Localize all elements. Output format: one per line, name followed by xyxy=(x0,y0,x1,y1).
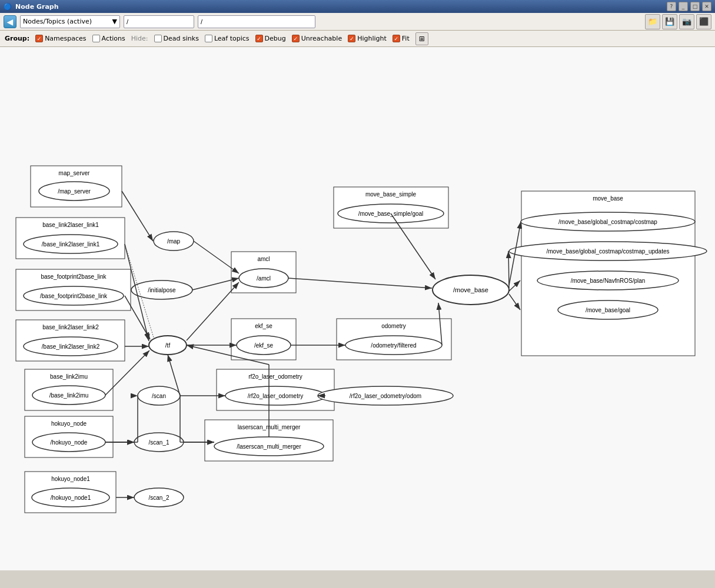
svg-text:/base_link2laser_link1: /base_link2laser_link1 xyxy=(42,241,100,248)
fit-label: Fit xyxy=(402,35,410,42)
topic-dropdown[interactable]: Nodes/Topics (active) ▼ xyxy=(20,15,120,28)
toolbar: ◀ Nodes/Topics (active) ▼ 📁 💾 📷 ⬛ xyxy=(0,13,715,31)
actions-check-icon xyxy=(92,35,100,42)
svg-line-106 xyxy=(508,251,509,288)
unreachable-checkbox[interactable]: ✓ Unreachable xyxy=(292,35,342,42)
group-label: Group: xyxy=(5,35,29,42)
svg-text:/map_server: /map_server xyxy=(58,188,91,195)
svg-text:/move_base/global_costmap/cost: /move_base/global_costmap/costmap_update… xyxy=(546,248,669,255)
title-bar: 🔵 Node Graph ? _ □ ✕ xyxy=(0,0,715,13)
svg-text:/initialpose: /initialpose xyxy=(148,287,176,293)
actions-checkbox[interactable]: Actions xyxy=(92,35,125,42)
svg-text:ekf_se: ekf_se xyxy=(255,323,272,329)
close-button[interactable]: ✕ xyxy=(702,2,711,11)
minimize-button[interactable]: _ xyxy=(679,2,688,11)
save-button[interactable]: 💾 xyxy=(662,14,677,29)
leaf-topics-label: Leaf topics xyxy=(214,35,250,42)
path1-input[interactable] xyxy=(124,15,194,28)
svg-text:/map: /map xyxy=(167,238,181,245)
filter-bar: Group: ✓ Namespaces Actions Hide: Dead s… xyxy=(0,31,715,47)
svg-text:/scan: /scan xyxy=(152,393,166,399)
svg-text:/move_base/goal: /move_base/goal xyxy=(586,307,630,313)
svg-line-98 xyxy=(288,278,432,288)
fit-check-icon: ✓ xyxy=(393,35,400,42)
highlight-check-icon: ✓ xyxy=(348,35,355,42)
svg-text:odometry: odometry xyxy=(381,323,406,329)
svg-text:amcl: amcl xyxy=(257,256,270,262)
svg-text:move_base: move_base xyxy=(593,195,623,202)
app-icon: 🔵 xyxy=(4,3,12,11)
svg-text:base_link2laser_link1: base_link2laser_link1 xyxy=(42,222,99,228)
svg-text:/tf: /tf xyxy=(165,342,171,349)
nav-back-button[interactable]: ◀ xyxy=(4,15,16,28)
svg-text:base_link2laser_link2: base_link2laser_link2 xyxy=(42,324,99,330)
record-button[interactable]: ⬛ xyxy=(696,14,711,29)
svg-text:/laserscan_multi_merger: /laserscan_multi_merger xyxy=(237,443,301,450)
svg-text:/amcl: /amcl xyxy=(257,275,271,282)
chevron-down-icon: ▼ xyxy=(112,18,117,25)
debug-check-icon: ✓ xyxy=(255,35,263,42)
svg-text:base_link2imu: base_link2imu xyxy=(50,373,88,380)
open-button[interactable]: 📁 xyxy=(645,14,660,29)
screenshot-button[interactable]: 📷 xyxy=(679,14,694,29)
namespaces-label: Namespaces xyxy=(45,35,86,42)
namespaces-check-icon: ✓ xyxy=(35,35,43,42)
svg-text:rf2o_laser_odometry: rf2o_laser_odometry xyxy=(248,373,302,380)
svg-line-107 xyxy=(509,280,520,291)
svg-text:/scan_1: /scan_1 xyxy=(148,439,169,446)
toolbar-right: 📁 💾 📷 ⬛ xyxy=(645,14,711,29)
dead-sinks-check-icon xyxy=(154,35,162,42)
unreachable-check-icon: ✓ xyxy=(292,35,300,42)
svg-text:/hokuyo_node1: /hokuyo_node1 xyxy=(51,495,91,501)
svg-text:/base_footprint2base_link: /base_footprint2base_link xyxy=(40,293,108,299)
svg-line-108 xyxy=(509,294,520,310)
fit-view-button[interactable]: ⊞ xyxy=(415,32,428,45)
svg-text:hokuyo_node1: hokuyo_node1 xyxy=(51,476,90,482)
graph-canvas[interactable]: map_server /map_server base_link2laser_l… xyxy=(0,47,715,570)
fit-checkbox[interactable]: ✓ Fit xyxy=(393,35,410,42)
highlight-checkbox[interactable]: ✓ Highlight xyxy=(348,35,387,42)
svg-text:/odometry/filtered: /odometry/filtered xyxy=(371,342,416,349)
unreachable-label: Unreachable xyxy=(301,35,342,42)
actions-label: Actions xyxy=(102,35,125,42)
svg-text:/base_link2imu: /base_link2imu xyxy=(49,392,89,399)
dead-sinks-checkbox[interactable]: Dead sinks xyxy=(154,35,199,42)
svg-text:/move_base/NavfnROS/plan: /move_base/NavfnROS/plan xyxy=(571,278,646,284)
maximize-button[interactable]: □ xyxy=(690,2,700,11)
svg-text:map_server: map_server xyxy=(59,170,90,176)
svg-text:/base_link2laser_link2: /base_link2laser_link2 xyxy=(42,343,100,350)
window-controls: ? _ □ ✕ xyxy=(667,2,711,11)
svg-text:base_footprint2base_link: base_footprint2base_link xyxy=(41,273,107,280)
namespaces-checkbox[interactable]: ✓ Namespaces xyxy=(35,35,86,42)
debug-checkbox[interactable]: ✓ Debug xyxy=(255,35,286,42)
hide-label: Hide: xyxy=(131,35,148,42)
window-title: Node Graph xyxy=(15,3,663,11)
svg-text:/rf2o_laser_odometry: /rf2o_laser_odometry xyxy=(248,393,304,399)
path2-input[interactable] xyxy=(198,15,315,28)
leaf-topics-checkbox[interactable]: Leaf topics xyxy=(205,35,250,42)
svg-text:/move_base/global_costmap/cost: /move_base/global_costmap/costmap xyxy=(558,219,657,225)
svg-text:move_base_simple: move_base_simple xyxy=(365,191,417,198)
svg-line-79 xyxy=(122,191,153,241)
svg-line-81 xyxy=(125,296,150,339)
highlight-label: Highlight xyxy=(357,35,387,42)
svg-text:/ekf_se: /ekf_se xyxy=(254,342,274,349)
leaf-topics-check-icon xyxy=(205,35,212,42)
svg-text:hokuyo_node: hokuyo_node xyxy=(51,420,87,427)
debug-label: Debug xyxy=(265,35,286,42)
dead-sinks-label: Dead sinks xyxy=(164,35,199,42)
svg-text:/move_base: /move_base xyxy=(453,286,488,293)
graph-svg: map_server /map_server base_link2laser_l… xyxy=(0,47,715,570)
svg-text:/hokuyo_node: /hokuyo_node xyxy=(51,439,88,446)
svg-text:/scan_2: /scan_2 xyxy=(148,495,169,501)
dropdown-label: Nodes/Topics (active) xyxy=(23,18,92,25)
svg-text:/rf2o_laser_odometry/odom: /rf2o_laser_odometry/odom xyxy=(350,393,421,399)
help-button[interactable]: ? xyxy=(667,2,676,11)
